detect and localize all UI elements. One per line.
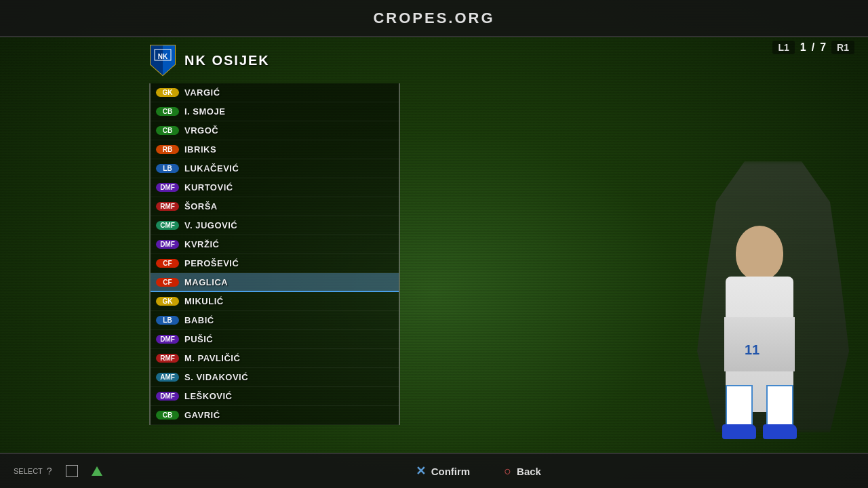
player-name: MAGLICA <box>184 277 228 287</box>
player-row[interactable]: RMF M. PAVLIČIĆ <box>151 349 399 368</box>
player-sock-left <box>726 385 753 426</box>
player-number: 11 <box>745 342 760 358</box>
square-hint <box>66 465 78 477</box>
player-row[interactable]: GK MIKULIĆ <box>151 292 399 311</box>
position-badge: CB <box>156 411 179 420</box>
position-badge: CF <box>156 278 179 287</box>
position-badge: GK <box>156 297 179 306</box>
player-3d-model: 11 <box>705 168 814 453</box>
player-name: LUKAČEVIĆ <box>184 163 239 174</box>
player-row[interactable]: RMF ŠORŠA <box>151 197 399 216</box>
player-name: ŠORŠA <box>184 201 218 211</box>
bottom-bar: SELECT ? ✕ Confirm ○ Back <box>0 453 868 488</box>
position-badge: CB <box>156 126 179 135</box>
right-panel: L1 1 / 7 R1 11 <box>400 37 868 453</box>
main-content: NK NK OSIJEK GK VARGIĆ CB I. SMOJE CB VR… <box>0 37 868 453</box>
player-row[interactable]: AMF S. VIDAKOVIĆ <box>151 368 399 387</box>
player-row[interactable]: DMF KVRŽIĆ <box>151 235 399 254</box>
position-badge: RB <box>156 145 179 154</box>
position-badge: CMF <box>156 221 179 230</box>
back-action[interactable]: ○ Back <box>504 464 541 479</box>
x-icon: ✕ <box>416 464 426 479</box>
back-label: Back <box>517 466 541 477</box>
position-badge: DMF <box>156 392 179 401</box>
player-row[interactable]: DMF LEŠKOVIĆ <box>151 387 399 406</box>
player-row[interactable]: CF PEROŠEVIĆ <box>151 254 399 273</box>
position-badge: RMF <box>156 354 179 363</box>
player-name: IBRIKS <box>184 144 216 155</box>
o-icon: ○ <box>504 464 511 479</box>
player-model-area: 11 <box>400 37 868 453</box>
team-shield: NK <box>149 44 176 77</box>
player-shoe-left <box>722 424 756 439</box>
player-shoe-right <box>763 424 797 439</box>
triangle-icon <box>92 466 102 476</box>
player-row[interactable]: GK VARGIĆ <box>151 83 399 102</box>
team-header: NK NK OSIJEK <box>149 44 400 77</box>
player-name: KVRŽIĆ <box>184 239 219 249</box>
player-sock-right <box>766 385 793 426</box>
player-row[interactable]: CF MAGLICA <box>151 273 399 292</box>
player-name: GAVRIĆ <box>184 410 220 420</box>
player-name: MIKULIĆ <box>184 296 224 306</box>
player-row[interactable]: LB BABIĆ <box>151 311 399 330</box>
bottom-left-hints: SELECT ? <box>14 465 102 477</box>
position-badge: AMF <box>156 373 179 382</box>
player-name: PUŠIĆ <box>184 334 213 344</box>
position-badge: RMF <box>156 202 179 211</box>
player-row[interactable]: LB LUKAČEVIĆ <box>151 159 399 178</box>
player-name: VARGIĆ <box>184 87 220 98</box>
player-list: GK VARGIĆ CB I. SMOJE CB VRGOČ RB IBRIKS… <box>149 83 400 425</box>
player-name: LEŠKOVIĆ <box>184 391 232 401</box>
player-row[interactable]: CB VRGOČ <box>151 121 399 140</box>
position-badge: DMF <box>156 183 179 192</box>
player-name: BABIĆ <box>184 315 214 325</box>
position-badge: CB <box>156 107 179 116</box>
player-row[interactable]: CMF V. JUGOVIĆ <box>151 216 399 235</box>
player-row[interactable]: RB IBRIKS <box>151 140 399 159</box>
player-row[interactable]: CB I. SMOJE <box>151 102 399 121</box>
position-badge: CF <box>156 259 179 268</box>
player-name: PEROŠEVIĆ <box>184 258 239 268</box>
select-hint: SELECT ? <box>14 466 52 476</box>
player-row[interactable]: CB GAVRIĆ <box>151 406 399 425</box>
confirm-label: Confirm <box>431 466 471 477</box>
select-label: SELECT <box>14 467 43 475</box>
team-name: NK OSIJEK <box>184 53 270 68</box>
position-badge: GK <box>156 88 179 97</box>
player-name: KURTOVIĆ <box>184 182 233 192</box>
position-badge: LB <box>156 164 179 173</box>
top-bar: CROPES.ORG <box>0 0 868 37</box>
position-badge: DMF <box>156 240 179 249</box>
confirm-action[interactable]: ✕ Confirm <box>416 464 471 479</box>
square-icon <box>66 465 78 477</box>
player-name: S. VIDAKOVIĆ <box>184 372 248 382</box>
player-row[interactable]: DMF PUŠIĆ <box>151 330 399 349</box>
player-name: VRGOČ <box>184 125 218 136</box>
player-name: I. SMOJE <box>184 106 225 117</box>
question-icon: ? <box>47 466 52 476</box>
svg-text:NK: NK <box>158 53 168 60</box>
player-name: M. PAVLIČIĆ <box>184 353 240 363</box>
player-name: V. JUGOVIĆ <box>184 220 237 230</box>
position-badge: DMF <box>156 335 179 344</box>
bottom-center-actions: ✕ Confirm ○ Back <box>102 464 854 479</box>
player-row[interactable]: DMF KURTOVIĆ <box>151 178 399 197</box>
left-panel: NK NK OSIJEK GK VARGIĆ CB I. SMOJE CB VR… <box>0 37 400 453</box>
site-logo: CROPES.ORG <box>373 9 494 27</box>
triangle-hint <box>92 466 102 476</box>
player-head <box>736 226 783 280</box>
position-badge: LB <box>156 316 179 325</box>
